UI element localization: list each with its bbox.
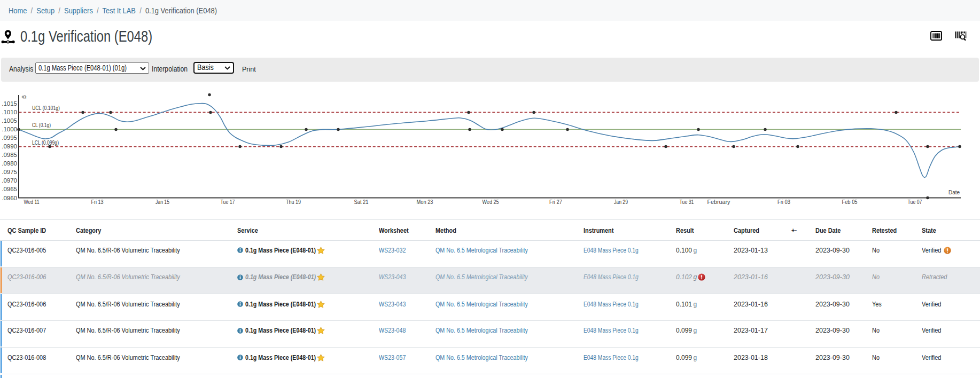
svg-text:.0960: .0960 (2, 195, 17, 201)
svg-text:.0980: .0980 (2, 160, 17, 167)
svg-text:LCL (0.099g): LCL (0.099g) (32, 139, 59, 146)
svg-text:Fri 27: Fri 27 (549, 199, 562, 205)
svg-text:Wed 25: Wed 25 (483, 199, 499, 205)
svg-text:.0985: .0985 (2, 152, 17, 158)
svg-text:.0970: .0970 (2, 177, 17, 184)
svg-text:g: g (22, 96, 28, 99)
svg-text:Tue 07: Tue 07 (908, 199, 922, 205)
svg-text:Sat 21: Sat 21 (354, 199, 369, 205)
svg-text:Tue 31: Tue 31 (680, 199, 694, 205)
svg-text:.1005: .1005 (2, 117, 17, 124)
svg-text:.0990: .0990 (2, 143, 17, 149)
svg-text:February: February (707, 199, 730, 205)
svg-text:Jan 15: Jan 15 (155, 199, 169, 205)
svg-text:.0975: .0975 (2, 169, 17, 175)
svg-text:Fri 13: Fri 13 (91, 199, 104, 205)
svg-text:CL (0.1g): CL (0.1g) (32, 122, 51, 128)
svg-text:.0965: .0965 (2, 186, 17, 192)
svg-text:UCL (0.101g): UCL (0.101g) (32, 105, 60, 111)
svg-text:Tue 17: Tue 17 (221, 199, 235, 205)
svg-text:Feb 05: Feb 05 (842, 199, 858, 205)
svg-text:Date: Date (948, 189, 960, 195)
svg-text:Thu 19: Thu 19 (286, 199, 301, 205)
svg-text:Mon 23: Mon 23 (417, 199, 433, 205)
svg-text:.1015: .1015 (2, 100, 17, 107)
svg-text:Jan 29: Jan 29 (614, 199, 628, 205)
svg-text:.1010: .1010 (2, 109, 17, 115)
svg-text:.0995: .0995 (2, 135, 17, 141)
svg-text:Fri 03: Fri 03 (777, 199, 790, 205)
svg-text:.1000: .1000 (2, 126, 17, 132)
svg-text:Wed 11: Wed 11 (24, 199, 40, 205)
